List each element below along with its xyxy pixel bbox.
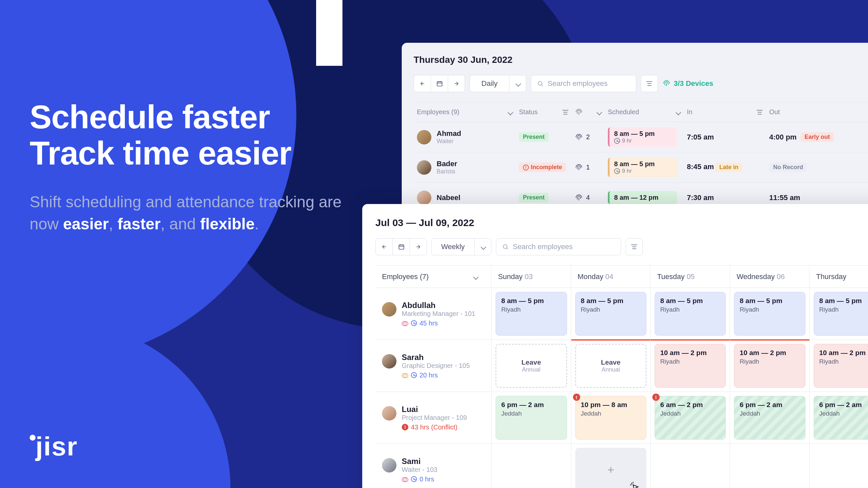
view-select[interactable]: Daily bbox=[470, 75, 509, 92]
day-cell: 8 am — 5 pm Riyadh bbox=[651, 288, 730, 339]
filter-icon bbox=[646, 81, 652, 86]
shift-time: 6 pm — 2 am bbox=[740, 401, 800, 409]
in-time: 7:05 am bbox=[687, 133, 714, 141]
avatar bbox=[382, 458, 397, 473]
leave-title: Leave bbox=[522, 358, 541, 366]
view-select[interactable]: Weekly bbox=[431, 238, 474, 255]
hero-heading: Schedule faster Track time easier bbox=[30, 99, 359, 171]
calendar-button[interactable] bbox=[431, 75, 448, 92]
out-time: 4:00 pm bbox=[769, 133, 797, 141]
search-input[interactable]: Search employees bbox=[496, 238, 621, 255]
shift-time: 8 am — 5 pm bbox=[660, 297, 720, 305]
leave-card[interactable]: Leave Annual bbox=[496, 344, 567, 388]
table-row[interactable]: Ahmad Waiter Present 2 8 am — 5 pm 9 hr … bbox=[413, 122, 868, 152]
shift-location: Riyadh bbox=[740, 358, 800, 365]
table-row[interactable]: Bader Barista !Incomplete 1 8 am — 5 pm … bbox=[413, 152, 868, 183]
out-header[interactable]: Out bbox=[769, 108, 780, 116]
in-header[interactable]: In bbox=[687, 108, 692, 116]
shift-location: Riyadh bbox=[660, 306, 720, 313]
conflict-line bbox=[651, 339, 730, 340]
employees-header[interactable]: Employees (9) bbox=[417, 108, 459, 116]
filter-icon[interactable] bbox=[757, 110, 763, 115]
in-time: 7:30 am bbox=[687, 194, 714, 202]
employee-name: Luai bbox=[402, 405, 467, 414]
warning-badge: ! bbox=[652, 394, 659, 401]
shift-card[interactable]: 8 am — 5 pm Riyadh bbox=[496, 292, 567, 336]
prev-button[interactable] bbox=[375, 238, 393, 255]
view-select-toggle[interactable] bbox=[509, 75, 526, 92]
warning-badge: ! bbox=[573, 394, 580, 401]
shift-time: 10 pm — 8 am bbox=[581, 401, 641, 409]
filter-button[interactable] bbox=[626, 238, 643, 255]
shift-card[interactable]: 8 am — 5 pm Riyadh bbox=[655, 292, 726, 336]
view-select-toggle[interactable] bbox=[474, 238, 491, 255]
shift-card[interactable]: 10 am — 2 pm Riyadh bbox=[655, 344, 726, 388]
avatar bbox=[382, 406, 397, 421]
employee-hours: 45 hrs bbox=[402, 320, 475, 327]
scheduled-shift: 8 am — 5 pm 9 hr bbox=[608, 127, 677, 147]
day-cell bbox=[810, 444, 868, 488]
brand-logo: Jisr bbox=[30, 431, 78, 462]
scheduled-header[interactable]: Scheduled bbox=[608, 108, 639, 116]
arrow-right-icon bbox=[454, 80, 459, 87]
shift-card[interactable]: 10 am — 2 pm Riyadh bbox=[814, 344, 868, 388]
weekly-panel: Jul 03 — Jul 09, 2022 Weekly Search empl… bbox=[362, 204, 868, 488]
next-button[interactable] bbox=[410, 238, 427, 255]
shift-card[interactable]: ! 10 pm — 8 am Jeddah bbox=[575, 396, 646, 440]
status-badge: Present bbox=[519, 132, 549, 142]
table-row: Luai Project Manager - 109 ! 43 hrs (Con… bbox=[375, 392, 868, 444]
in-time: 8:45 am bbox=[687, 163, 714, 171]
conflict-line bbox=[571, 339, 650, 340]
leave-title: Leave bbox=[601, 358, 621, 366]
filter-icon[interactable] bbox=[562, 110, 568, 115]
weekly-date-title: Jul 03 — Jul 09, 2022 bbox=[375, 217, 868, 228]
day-cell: 10 am — 2 pm Riyadh bbox=[810, 340, 868, 392]
prev-button[interactable] bbox=[413, 75, 431, 92]
avatar bbox=[382, 302, 397, 317]
leave-card[interactable]: Leave Annual bbox=[575, 344, 646, 388]
leave-subtitle: Annual bbox=[522, 366, 540, 373]
shift-time: 8 am — 5 pm bbox=[819, 297, 868, 305]
day-cell bbox=[571, 444, 651, 488]
weekly-toolbar: Weekly Search employees bbox=[375, 238, 868, 255]
shift-card[interactable]: 6 pm — 2 am Jeddah bbox=[814, 396, 868, 440]
out-time: 11:55 am bbox=[769, 194, 800, 202]
status-header[interactable]: Status bbox=[519, 108, 538, 116]
shift-time: 6 pm — 2 am bbox=[819, 401, 868, 409]
hero-text: Schedule faster Track time easier Shift … bbox=[30, 99, 359, 235]
day-cell: ! 10 pm — 8 am Jeddah bbox=[571, 392, 651, 444]
daily-date-title: Thursday 30 Jun, 2022 bbox=[413, 55, 868, 65]
clock-icon bbox=[411, 476, 417, 482]
filter-button[interactable] bbox=[641, 75, 658, 92]
shift-card[interactable]: ! 6 am — 2 pm Jeddah bbox=[655, 396, 726, 440]
shift-card[interactable]: 10 am — 2 pm Riyadh bbox=[734, 344, 805, 388]
calendar-button[interactable] bbox=[393, 238, 410, 255]
devices-status[interactable]: 3/3 Devices bbox=[662, 79, 713, 88]
shift-card[interactable]: 8 am — 5 pm Riyadh bbox=[575, 292, 646, 336]
day-cell: 8 am — 5 pm Riyadh bbox=[492, 288, 571, 339]
chevron-down-icon[interactable] bbox=[596, 108, 601, 116]
fingerprint-count: 2 bbox=[586, 133, 590, 141]
day-cell: 10 am — 2 pm Riyadh bbox=[730, 340, 809, 392]
shift-location: Riyadh bbox=[660, 358, 720, 365]
employee-hours: 0 hrs bbox=[402, 476, 437, 483]
alert-icon: ! bbox=[402, 424, 408, 430]
shift-card[interactable]: 8 am — 5 pm Riyadh bbox=[734, 292, 805, 336]
calendar-icon bbox=[436, 80, 443, 87]
shift-location: Riyadh bbox=[501, 306, 561, 313]
search-input[interactable]: Search employees bbox=[531, 75, 636, 92]
shift-card[interactable]: 6 pm — 2 am Jeddah bbox=[496, 396, 567, 440]
day-cell: ! 6 am — 2 pm Jeddah bbox=[651, 392, 730, 444]
day-cell: 8 am — 5 pm Riyadh bbox=[730, 288, 809, 339]
daily-grid: Employees (9) Status Scheduled In Out Ah… bbox=[413, 102, 868, 213]
avatar bbox=[417, 191, 431, 205]
fingerprint-icon bbox=[575, 194, 583, 202]
next-button[interactable] bbox=[448, 75, 465, 92]
add-shift-button[interactable] bbox=[575, 448, 646, 488]
employees-header[interactable]: Employees (7) bbox=[382, 272, 429, 281]
status-badge: Present bbox=[519, 193, 549, 202]
employee-name: Nabeel bbox=[437, 194, 460, 202]
day-cell: 6 pm — 2 am Jeddah bbox=[730, 392, 809, 444]
shift-card[interactable]: 6 pm — 2 am Jeddah bbox=[734, 396, 805, 440]
shift-card[interactable]: 8 am — 5 pm Riyadh bbox=[814, 292, 868, 336]
